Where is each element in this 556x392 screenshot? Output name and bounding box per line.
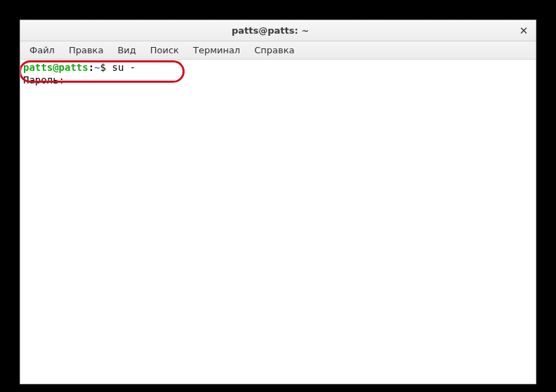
menu-view[interactable]: Вид — [111, 43, 142, 58]
prompt-separator: : — [88, 62, 94, 73]
menu-terminal[interactable]: Терминал — [187, 43, 246, 58]
password-prompt: Пароль: — [23, 74, 70, 86]
menubar: Файл Правка Вид Поиск Терминал Справка — [20, 41, 536, 60]
terminal-line-2: Пароль: — [23, 74, 533, 86]
close-icon: ✕ — [519, 25, 529, 37]
terminal-line-1: patts@patts:~$ su - — [23, 61, 533, 74]
window-title: patts@patts: ~ — [25, 25, 516, 36]
prompt-user-host: patts@patts — [23, 62, 88, 73]
titlebar: patts@patts: ~ ✕ — [20, 20, 536, 41]
terminal-body[interactable]: patts@patts:~$ su - Пароль: — [20, 60, 536, 384]
prompt-symbol: $ — [100, 62, 112, 73]
menu-search[interactable]: Поиск — [144, 43, 185, 58]
menu-help[interactable]: Справка — [248, 43, 300, 58]
menu-edit[interactable]: Правка — [62, 43, 110, 58]
menu-file[interactable]: Файл — [23, 43, 61, 58]
prompt-path: ~ — [94, 62, 100, 73]
command-text: su - — [112, 62, 135, 73]
close-button[interactable]: ✕ — [516, 23, 531, 39]
terminal-window: patts@patts: ~ ✕ Файл Правка Вид Поиск Т… — [20, 20, 536, 384]
